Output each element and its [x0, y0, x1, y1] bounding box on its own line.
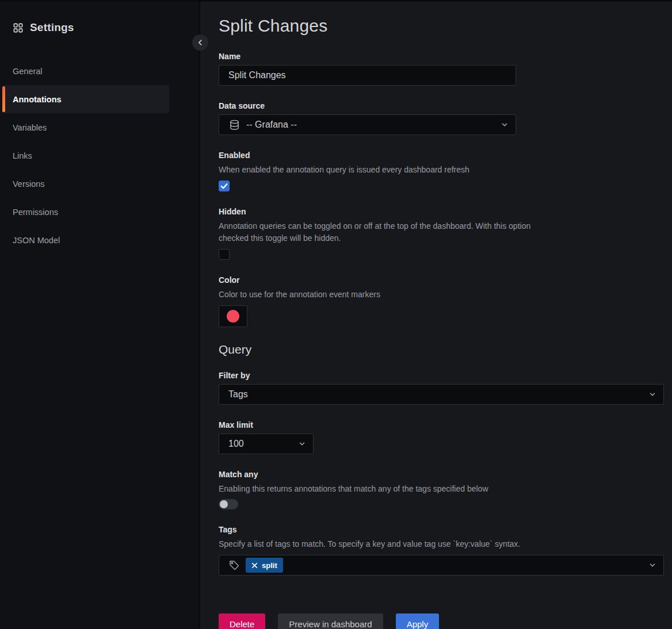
- data-source-field-group: Data source -- Grafana --: [219, 101, 664, 135]
- preview-in-dashboard-button[interactable]: Preview in dashboard: [278, 613, 383, 629]
- match-any-field-group: Match any Enabling this returns annotati…: [219, 470, 664, 510]
- data-source-select[interactable]: -- Grafana --: [219, 114, 516, 135]
- sidebar-item-json-model[interactable]: JSON Model: [2, 226, 169, 254]
- sidebar-item-annotations[interactable]: Annotations: [2, 85, 169, 113]
- filter-by-field-group: Filter by Tags: [219, 371, 664, 405]
- chevron-down-icon: [648, 390, 656, 398]
- enabled-label: Enabled: [219, 151, 664, 160]
- max-limit-select[interactable]: 100: [219, 434, 314, 454]
- settings-nav: General Annotations Variables Links Vers…: [0, 57, 198, 254]
- action-buttons-row: Delete Preview in dashboard Apply: [219, 613, 664, 629]
- enabled-description: When enabled the annotation query is iss…: [219, 164, 664, 177]
- color-description: Color to use for the annotation event ma…: [219, 289, 664, 301]
- chevron-left-icon: [196, 39, 204, 47]
- color-picker-button[interactable]: [219, 305, 247, 327]
- tag-icon: [228, 559, 240, 571]
- toggle-knob: [220, 500, 228, 508]
- sidebar-item-versions[interactable]: Versions: [2, 170, 169, 198]
- chevron-down-icon: [298, 440, 306, 448]
- enabled-field-group: Enabled When enabled the annotation quer…: [219, 151, 664, 191]
- database-icon: [228, 119, 240, 131]
- window-top-edge: [0, 0, 672, 2]
- filter-by-select[interactable]: Tags: [219, 384, 664, 405]
- color-field-group: Color Color to use for the annotation ev…: [219, 275, 664, 327]
- data-source-label: Data source: [219, 101, 664, 110]
- tags-label: Tags: [219, 525, 664, 534]
- match-any-description: Enabling this returns annotations that m…: [219, 483, 664, 496]
- dashboard-settings-page: Settings General Annotations Variables L…: [0, 0, 672, 629]
- sidebar-item-links[interactable]: Links: [2, 141, 169, 170]
- apps-grid-icon: [13, 22, 24, 33]
- query-section-title: Query: [219, 343, 664, 356]
- name-label: Name: [219, 52, 664, 61]
- hidden-label: Hidden: [219, 207, 664, 216]
- color-label: Color: [219, 275, 664, 285]
- annotation-edit-panel: Split Changes Name Data source -- Grafan…: [200, 0, 672, 629]
- name-field-group: Name: [219, 52, 664, 86]
- settings-header: Settings: [0, 21, 198, 34]
- filter-by-value: Tags: [228, 389, 248, 400]
- check-icon: [220, 182, 228, 190]
- tags-description: Specify a list of tags to match. To spec…: [219, 538, 664, 551]
- tags-field-group: Tags Specify a list of tags to match. To…: [219, 525, 664, 576]
- hidden-description: Annotation queries can be toggled on or …: [219, 220, 551, 245]
- match-any-label: Match any: [219, 470, 664, 479]
- tag-pill-label: split: [262, 561, 277, 570]
- filter-by-label: Filter by: [219, 371, 664, 380]
- max-limit-field-group: Max limit 100: [219, 420, 664, 454]
- hidden-field-group: Hidden Annotation queries can be toggled…: [219, 207, 664, 260]
- name-input[interactable]: [219, 65, 516, 86]
- max-limit-label: Max limit: [219, 420, 664, 429]
- sidebar-item-permissions[interactable]: Permissions: [2, 198, 169, 226]
- sidebar-item-variables[interactable]: Variables: [2, 113, 169, 141]
- settings-sidebar: Settings General Annotations Variables L…: [0, 0, 200, 629]
- page-title: Split Changes: [219, 16, 664, 36]
- chevron-down-icon: [648, 561, 656, 569]
- settings-title: Settings: [30, 21, 74, 34]
- color-swatch-circle: [227, 310, 239, 323]
- hidden-checkbox[interactable]: [219, 249, 230, 260]
- delete-button[interactable]: Delete: [219, 613, 265, 629]
- data-source-value: -- Grafana --: [246, 120, 297, 130]
- tags-input[interactable]: split: [219, 555, 664, 576]
- tag-pill-split[interactable]: split: [246, 558, 283, 573]
- max-limit-value: 100: [228, 439, 244, 449]
- sidebar-item-general[interactable]: General: [2, 57, 169, 85]
- remove-tag-icon[interactable]: [251, 562, 258, 569]
- chevron-down-icon: [501, 121, 509, 129]
- enabled-checkbox[interactable]: [219, 181, 230, 191]
- collapse-sidebar-button[interactable]: [192, 34, 208, 51]
- match-any-toggle[interactable]: [219, 499, 238, 509]
- apply-button[interactable]: Apply: [396, 613, 440, 629]
